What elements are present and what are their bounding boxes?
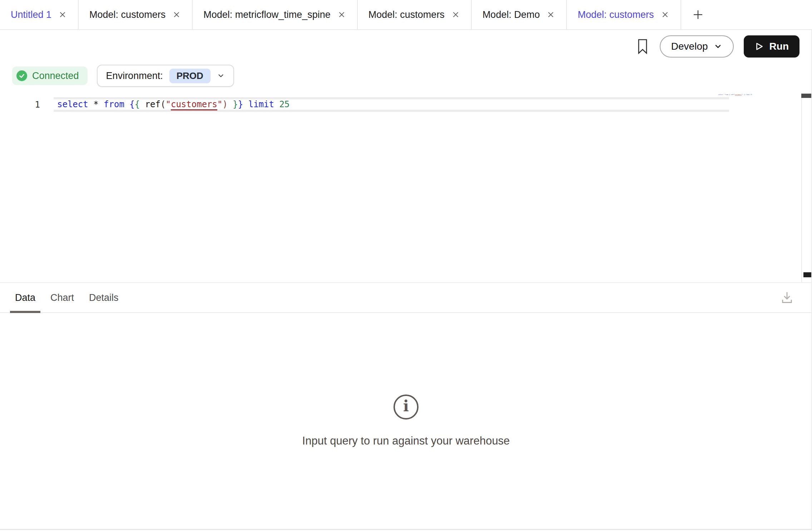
environment-value-badge: PROD [169, 69, 211, 83]
code-token: { [135, 99, 145, 109]
tab-label: Model: metricflow_time_spine [203, 9, 331, 20]
code-token: select [57, 99, 93, 109]
tab-close-icon[interactable] [660, 10, 670, 19]
bookmark-icon [637, 38, 648, 55]
results-tab-chart[interactable]: Chart [45, 283, 79, 312]
code-token: * [93, 99, 104, 109]
new-tab-button[interactable] [681, 0, 715, 29]
status-row: Connected Environment: PROD [0, 63, 812, 89]
code-token: } [238, 99, 248, 109]
bottom-divider [0, 529, 812, 530]
tab-label: Model: customers [89, 9, 165, 20]
chevron-down-icon [714, 42, 722, 51]
download-button[interactable] [780, 290, 794, 306]
ide-window: Untitled 1Model: customersModel: metricf… [0, 0, 812, 531]
code-token: ) [222, 99, 227, 109]
editor-tab[interactable]: Model: customers [567, 0, 681, 29]
run-label: Run [769, 41, 789, 52]
active-line-highlight: select * from {{ ref("customers") }} lim… [54, 97, 729, 112]
download-icon [780, 290, 794, 304]
results-tabs-host: DataChartDetails [10, 283, 124, 312]
code-line[interactable]: select * from {{ ref("customers") }} lim… [54, 99, 289, 110]
editor-tab[interactable]: Untitled 1 [0, 0, 79, 29]
results-tabbar: DataChartDetails [0, 283, 812, 313]
results-panel: DataChartDetails i Input query to run ag… [0, 282, 812, 529]
tabs-host: Untitled 1Model: customersModel: metricf… [0, 0, 681, 29]
code-token: ref [145, 99, 160, 109]
code-token: select [718, 94, 724, 95]
line-number: 1 [31, 100, 40, 110]
tab-close-icon[interactable] [451, 10, 460, 19]
code-token: 25 [279, 99, 289, 109]
results-empty-state: i Input query to run against your wareho… [0, 313, 812, 447]
tab-close-icon[interactable] [337, 10, 346, 19]
editor-tab[interactable]: Model: customers [79, 0, 193, 29]
minimap-divider [801, 98, 802, 282]
toolbar: Develop Run [0, 30, 812, 63]
run-button[interactable]: Run [744, 35, 799, 58]
bookmark-button[interactable] [637, 38, 648, 55]
code-token: { [129, 99, 134, 109]
play-icon [754, 42, 764, 51]
code-token [228, 99, 233, 109]
editor-tab[interactable]: Model: Demo [472, 0, 567, 29]
tab-bar: Untitled 1Model: customersModel: metricf… [0, 0, 812, 30]
code-token: " [217, 99, 222, 109]
empty-state-message: Input query to run against your warehous… [302, 435, 510, 447]
code-editor[interactable]: 1 select * from {{ ref("customers") }} l… [0, 89, 812, 282]
check-circle-icon [16, 70, 27, 81]
develop-label: Develop [671, 41, 708, 52]
code-token: from [104, 99, 129, 109]
panel-resize-handle[interactable] [803, 272, 812, 277]
connection-status-badge: Connected [12, 66, 88, 85]
develop-button[interactable]: Develop [660, 35, 734, 58]
code-token: } [233, 99, 238, 109]
editor-tab[interactable]: Model: customers [358, 0, 472, 29]
code-token: limit [248, 99, 279, 109]
tab-label: Model: customers [578, 9, 654, 20]
tab-close-icon[interactable] [172, 10, 181, 19]
environment-label: Environment: [106, 70, 163, 81]
code-token: 25 [751, 94, 752, 95]
environment-selector[interactable]: Environment: PROD [97, 65, 234, 87]
minimap[interactable]: select * from {{ ref("customers") }} lim… [718, 94, 752, 95]
plus-icon [692, 9, 704, 21]
tab-label: Model: Demo [482, 9, 540, 20]
tab-close-icon[interactable] [58, 10, 67, 19]
code-token: " [165, 99, 170, 109]
chevron-down-icon [217, 72, 225, 80]
code-token: from [725, 94, 729, 95]
scrollbar-thumb[interactable] [801, 94, 812, 98]
code-token: limit [746, 94, 751, 95]
results-tab-details[interactable]: Details [84, 283, 124, 312]
info-icon: i [393, 394, 419, 420]
code-token: ( [160, 99, 165, 109]
tab-label: Model: customers [368, 9, 445, 20]
code-token: customers [171, 99, 217, 109]
editor-tab[interactable]: Model: metricflow_time_spine [193, 0, 358, 29]
code-token: customers [735, 94, 742, 95]
tab-close-icon[interactable] [546, 10, 555, 19]
results-tab-data[interactable]: Data [10, 283, 40, 312]
tab-label: Untitled 1 [11, 9, 51, 20]
info-icon-glyph: i [403, 399, 409, 414]
connected-label: Connected [32, 70, 79, 81]
